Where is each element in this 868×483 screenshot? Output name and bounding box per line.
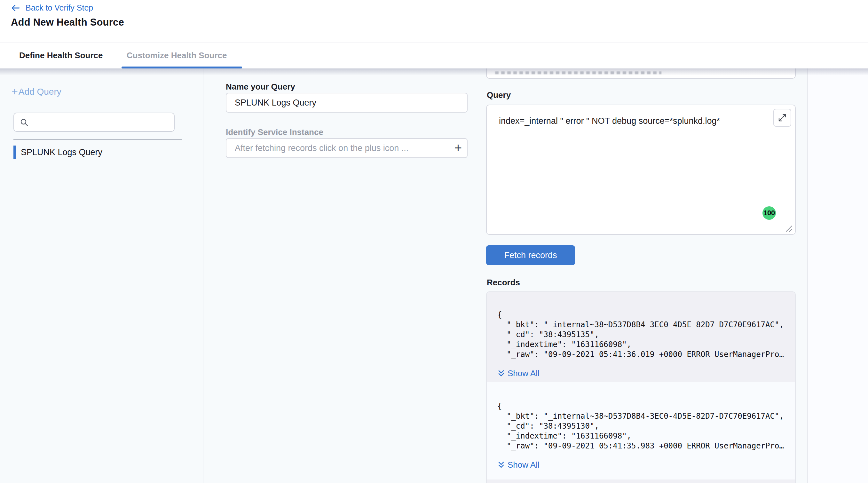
record-count-badge: 100: [763, 206, 776, 220]
header-divider: [0, 42, 868, 43]
query-name-input[interactable]: [226, 93, 468, 113]
record-card: { "_bkt": "_internal~38~D537D8B4-3EC0-4D…: [487, 382, 795, 480]
expand-icon: [777, 113, 787, 122]
search-icon: [20, 118, 29, 127]
records-label: Records: [487, 278, 520, 288]
query-editor: index=_internal " error " NOT debug sour…: [486, 104, 796, 235]
add-service-instance-plus-icon[interactable]: +: [455, 140, 462, 155]
sidebar-divider: [203, 68, 204, 483]
content-area: + Add Query SPLUNK Logs Query Name your …: [0, 68, 868, 483]
service-instance-label: Identify Service Instance: [226, 127, 323, 137]
sidebar-list-divider: [13, 140, 182, 140]
double-chevron-down-icon: [497, 369, 505, 378]
plus-icon: +: [11, 86, 18, 97]
panel-divider: [807, 68, 808, 483]
service-instance-input[interactable]: [226, 138, 468, 158]
record-card: { "_bkt": "_internal~38~D537D8B4-3EC0-4D…: [487, 292, 795, 382]
add-health-source-page: Back to Verify Step Add New Health Sourc…: [0, 0, 868, 483]
show-all-label: Show All: [507, 368, 539, 379]
arrow-left-icon: [11, 4, 21, 12]
clipped-text-sliver: [495, 71, 661, 74]
name-query-label: Name your Query: [226, 82, 295, 92]
service-instance-field: +: [226, 138, 468, 158]
back-to-verify-link[interactable]: Back to Verify Step: [11, 3, 93, 12]
clipped-field-above[interactable]: [486, 68, 796, 79]
selected-indicator-bar: [13, 146, 16, 159]
sidebar-item-splunk-logs-query[interactable]: SPLUNK Logs Query: [13, 145, 186, 159]
page-title: Add New Health Source: [11, 17, 124, 28]
record-card-partial: [487, 480, 795, 483]
query-item-label: SPLUNK Logs Query: [21, 147, 102, 157]
back-link-label: Back to Verify Step: [26, 3, 93, 12]
record-json: { "_bkt": "_internal~38~D537D8B4-3EC0-4D…: [497, 310, 787, 360]
records-list: { "_bkt": "_internal~38~D537D8B4-3EC0-4D…: [486, 292, 796, 483]
double-chevron-down-icon: [497, 461, 505, 469]
search-input[interactable]: [33, 113, 170, 131]
show-all-link[interactable]: Show All: [497, 368, 787, 379]
fetch-records-button[interactable]: Fetch records: [486, 245, 575, 265]
page-header: Back to Verify Step Add New Health Sourc…: [0, 0, 868, 68]
query-textarea[interactable]: index=_internal " error " NOT debug sour…: [487, 105, 795, 234]
tab-define-health-source[interactable]: Define Health Source: [19, 51, 103, 60]
add-query-label: Add Query: [19, 87, 61, 97]
expand-query-button[interactable]: [773, 109, 791, 127]
show-all-label: Show All: [507, 460, 539, 470]
add-query-button[interactable]: + Add Query: [11, 86, 61, 97]
record-json: { "_bkt": "_internal~38~D537D8B4-3EC0-4D…: [497, 401, 787, 451]
right-background-strip: [808, 68, 868, 483]
resize-grip-icon[interactable]: [784, 224, 793, 232]
query-search-box: [13, 113, 175, 132]
show-all-link[interactable]: Show All: [497, 460, 787, 470]
tab-customize-health-source[interactable]: Customize Health Source: [127, 51, 227, 60]
query-label: Query: [487, 90, 511, 100]
